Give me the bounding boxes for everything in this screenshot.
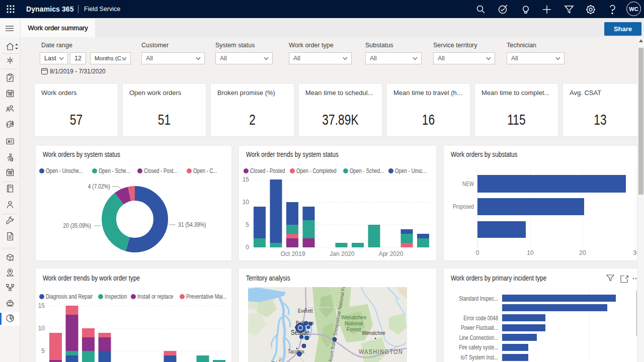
svg-text:WASHINGTON: WASHINGTON: [359, 348, 403, 355]
svg-text:Wenatchee: Wenatchee: [341, 315, 367, 320]
svg-text:10: 10: [527, 249, 534, 256]
svg-text:NEW: NEW: [462, 180, 474, 187]
svg-text:4 (7.02%): 4 (7.02%): [88, 183, 110, 190]
svg-text:15: 15: [38, 302, 45, 309]
svg-text:Oct 2019: Oct 2019: [281, 250, 305, 257]
svg-text:Forest: Forest: [347, 327, 361, 332]
svg-text:31 (54.39%): 31 (54.39%): [178, 221, 206, 228]
svg-text:Tacoma: Tacoma: [288, 348, 304, 354]
svg-text:Fire safety syste...: Fire safety syste...: [459, 344, 498, 350]
svg-text:Wenatchee: Wenatchee: [362, 330, 385, 336]
svg-text:20: 20: [579, 249, 586, 256]
svg-text:Line Connection...: Line Connection...: [459, 334, 498, 341]
svg-text:0: 0: [476, 249, 479, 256]
svg-text:10: 10: [243, 199, 250, 206]
svg-text:30: 30: [633, 249, 637, 256]
svg-text:0: 0: [246, 244, 249, 251]
svg-text:IoT System Inst...: IoT System Inst...: [461, 354, 498, 360]
svg-text:15: 15: [243, 176, 250, 183]
svg-text:Proposed: Proposed: [453, 203, 474, 210]
svg-text:20 (35.09%): 20 (35.09%): [63, 222, 91, 229]
svg-text:National: National: [345, 321, 363, 326]
svg-text:Jan 2020: Jan 2020: [330, 250, 355, 257]
svg-text:5: 5: [41, 347, 45, 354]
svg-text:Apr 2020: Apr 2020: [379, 250, 404, 257]
svg-text:Standard Inspec...: Standard Inspec...: [459, 295, 498, 302]
svg-text:10: 10: [38, 325, 45, 332]
svg-text:Error code 0048: Error code 0048: [463, 315, 498, 321]
svg-text:5: 5: [246, 221, 249, 228]
svg-text:Power Fluctuati...: Power Fluctuati...: [461, 324, 498, 331]
